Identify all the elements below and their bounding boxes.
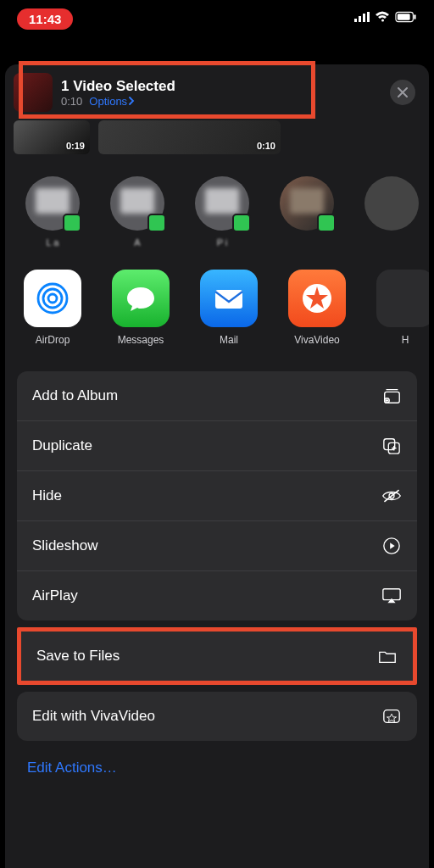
app-other[interactable]: H xyxy=(371,270,429,346)
app-icon xyxy=(376,270,429,327)
status-bar: 11:43 xyxy=(0,0,434,34)
airplay-icon xyxy=(381,587,402,605)
highlight-box-save: Save to Files xyxy=(17,627,417,685)
messages-badge-icon xyxy=(147,214,166,232)
vivavideo-edit-icon xyxy=(381,707,402,726)
avatar xyxy=(364,176,419,231)
share-apps-row[interactable]: AirDrop Messages Mail VivaVideo H xyxy=(5,270,429,354)
close-button[interactable] xyxy=(390,80,415,105)
action-label: Slideshow xyxy=(32,537,98,554)
svg-rect-19 xyxy=(384,710,399,723)
avatar xyxy=(280,176,334,231)
video-thumbnail[interactable]: 0:19 xyxy=(14,120,90,154)
eye-slash-icon xyxy=(381,487,402,505)
messages-badge-icon xyxy=(63,214,81,232)
options-link[interactable]: Options xyxy=(89,95,135,108)
svg-rect-0 xyxy=(354,19,357,22)
messages-badge-icon xyxy=(317,214,336,232)
svg-point-7 xyxy=(48,294,57,303)
action-label: Save to Files xyxy=(36,648,120,665)
avatar xyxy=(195,176,249,231)
contact-name: P i xyxy=(217,237,228,249)
header-duration: 0:10 xyxy=(61,95,82,108)
mail-icon xyxy=(200,270,258,327)
app-vivavideo[interactable]: VivaVideo xyxy=(283,270,351,346)
header-thumbnail xyxy=(14,73,53,112)
action-label: Add to Album xyxy=(32,387,118,404)
status-time: 11:43 xyxy=(17,8,73,30)
app-label: Messages xyxy=(118,334,164,346)
svg-rect-6 xyxy=(414,14,415,19)
header-title: 1 Video Selected xyxy=(61,78,390,95)
actions-group-1: Add to Album Duplicate Hide Slideshow Ai… xyxy=(17,371,417,620)
avatar xyxy=(110,176,164,231)
contacts-row[interactable]: L a A P i xyxy=(5,154,429,256)
contact-item[interactable]: P i xyxy=(188,176,256,249)
video-thumbnail[interactable]: 0:10 xyxy=(98,120,281,154)
messages-badge-icon xyxy=(232,214,251,232)
app-label: AirDrop xyxy=(36,334,70,346)
album-add-icon xyxy=(381,387,402,405)
app-label: Mail xyxy=(220,334,238,346)
actions-group-3: Edit with VivaVideo xyxy=(17,692,417,741)
contact-item[interactable]: L a xyxy=(19,176,86,249)
edit-actions-link[interactable]: Edit Actions… xyxy=(5,741,429,776)
video-duration: 0:10 xyxy=(257,141,275,151)
battery-icon xyxy=(395,11,417,26)
svg-point-8 xyxy=(43,289,62,308)
app-messages[interactable]: Messages xyxy=(107,270,175,346)
svg-rect-1 xyxy=(359,16,361,22)
action-label: Hide xyxy=(32,487,62,504)
share-sheet: 1 Video Selected 0:10 Options 0:19 0:10 … xyxy=(5,64,429,868)
messages-icon xyxy=(112,270,170,327)
play-circle-icon xyxy=(381,537,402,555)
action-save-to-files[interactable]: Save to Files xyxy=(21,632,413,681)
contact-item[interactable]: A xyxy=(103,176,171,249)
action-label: Duplicate xyxy=(32,437,92,454)
svg-rect-2 xyxy=(363,14,365,22)
action-label: Edit with VivaVideo xyxy=(32,708,155,725)
app-airdrop[interactable]: AirDrop xyxy=(19,270,86,346)
contact-name: A xyxy=(134,237,140,249)
actions-group-2: Save to Files xyxy=(21,632,413,681)
action-duplicate[interactable]: Duplicate xyxy=(17,421,417,471)
action-airplay[interactable]: AirPlay xyxy=(17,571,417,620)
avatar xyxy=(25,176,80,231)
app-label: H xyxy=(402,334,409,346)
header-text: 1 Video Selected 0:10 Options xyxy=(61,78,390,108)
status-indicators xyxy=(354,11,417,26)
vivavideo-icon xyxy=(288,270,346,327)
video-thumbnail-strip[interactable]: 0:19 0:10 xyxy=(5,120,429,154)
cellular-signal-icon xyxy=(354,11,370,26)
contact-item[interactable] xyxy=(358,176,426,249)
svg-rect-10 xyxy=(215,290,242,309)
video-duration: 0:19 xyxy=(66,141,85,151)
action-edit-vivavideo[interactable]: Edit with VivaVideo xyxy=(17,692,417,741)
duplicate-icon xyxy=(381,437,402,455)
action-add-to-album[interactable]: Add to Album xyxy=(17,371,417,421)
app-label: VivaVideo xyxy=(294,334,340,346)
folder-icon xyxy=(377,647,398,665)
share-header: 1 Video Selected 0:10 Options xyxy=(5,64,429,120)
wifi-icon xyxy=(375,11,390,26)
action-label: AirPlay xyxy=(32,587,78,604)
svg-rect-3 xyxy=(367,12,370,22)
svg-rect-5 xyxy=(398,14,410,19)
close-icon xyxy=(398,87,408,97)
action-slideshow[interactable]: Slideshow xyxy=(17,521,417,571)
action-hide[interactable]: Hide xyxy=(17,471,417,521)
chevron-right-icon xyxy=(129,97,135,105)
app-mail[interactable]: Mail xyxy=(195,270,263,346)
contact-item[interactable] xyxy=(273,176,341,249)
contact-name: L a xyxy=(47,237,59,249)
airdrop-icon xyxy=(24,270,81,327)
svg-rect-18 xyxy=(383,589,400,600)
